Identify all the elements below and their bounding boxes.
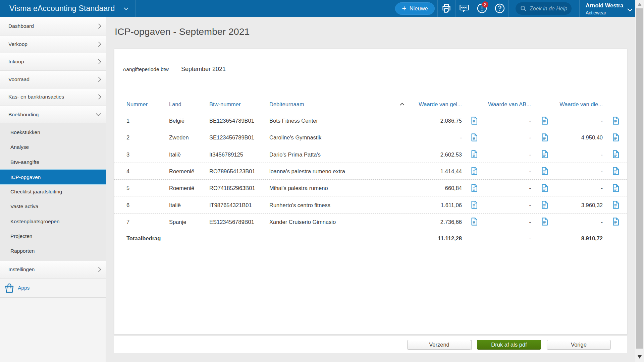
cell-waarde-die: - bbox=[552, 112, 603, 129]
sidebar-item-apps[interactable]: Apps bbox=[0, 279, 106, 298]
app-title: Visma eAccounting Standaard bbox=[9, 0, 115, 17]
cell-waarde-die: 3.960,32 bbox=[552, 197, 603, 214]
vorige-button[interactable]: Vorige bbox=[547, 340, 611, 350]
cell-waarde-gel: 2.086,75 bbox=[405, 112, 462, 129]
sidebar-item-kostenplaatsgroepen[interactable]: Kostenplaatsgroepen bbox=[0, 214, 106, 229]
period-value: September 2021 bbox=[181, 66, 226, 73]
scrollbar-thumb[interactable] bbox=[636, 8, 643, 349]
sidebar-item-checklist-jaarafsluiting[interactable]: Checklist jaarafsluiting bbox=[0, 184, 106, 199]
search-input[interactable] bbox=[530, 6, 570, 12]
document-icon[interactable] bbox=[541, 167, 548, 175]
sidebar-item-kas-en-banktransacties[interactable]: Kas- en banktransacties bbox=[0, 88, 106, 106]
column-header-waarde-gel[interactable]: Waarde van gel... bbox=[405, 97, 462, 112]
cell-waarde-die: 4.950,40 bbox=[552, 129, 603, 146]
column-header-waarde-ab[interactable]: Waarde van AB... bbox=[481, 97, 531, 112]
cell-waarde-ab: - bbox=[481, 197, 531, 214]
printer-icon bbox=[441, 3, 451, 13]
table-row[interactable]: 4 Roemenië RO789654123B01 ioanna's pales… bbox=[114, 163, 627, 180]
document-icon[interactable] bbox=[612, 133, 619, 141]
cell-land: Roemenië bbox=[169, 163, 194, 180]
document-icon[interactable] bbox=[541, 218, 548, 226]
period-label: Aangifteperiode btw bbox=[123, 66, 169, 72]
document-icon[interactable] bbox=[471, 218, 478, 226]
sidebar-item-verkoop[interactable]: Verkoop bbox=[0, 36, 106, 53]
document-icon[interactable] bbox=[471, 184, 478, 192]
column-header-waarde-die[interactable]: Waarde van die... bbox=[552, 97, 603, 112]
brand-chevron-down-icon[interactable] bbox=[123, 7, 129, 10]
cell-btw-nummer: It3456789125 bbox=[209, 146, 243, 163]
sidebar-item-btw-aangifte[interactable]: Btw-aangifte bbox=[0, 155, 106, 170]
verzend-button[interactable]: Verzend bbox=[407, 340, 471, 350]
plus-icon: + bbox=[402, 4, 406, 13]
cell-land: Spanje bbox=[169, 214, 186, 230]
scroll-up-arrow[interactable] bbox=[638, 3, 642, 6]
user-name[interactable]: Arnold Westra bbox=[586, 3, 623, 8]
chevron-right-icon bbox=[98, 266, 101, 272]
table-row[interactable]: 6 Italië IT987654321B01 Runherto's centr… bbox=[114, 197, 627, 214]
print-button[interactable] bbox=[437, 0, 455, 17]
document-icon[interactable] bbox=[471, 201, 478, 209]
sidebar-item-dashboard[interactable]: Dashboard bbox=[0, 17, 106, 36]
cell-debiteurnaam: Mihai's palestra rumeno bbox=[269, 180, 328, 196]
notification-badge: 2 bbox=[482, 1, 488, 8]
help-button[interactable] bbox=[491, 0, 508, 17]
document-icon[interactable] bbox=[541, 150, 548, 158]
sidebar-item-boekstukken[interactable]: Boekstukken bbox=[0, 125, 106, 140]
cell-land: België bbox=[169, 112, 184, 129]
sidebar-item-instellingen[interactable]: Instellingen bbox=[0, 261, 106, 279]
document-icon[interactable] bbox=[541, 117, 548, 125]
chat-button[interactable] bbox=[455, 0, 473, 17]
sidebar-item-boekhouding[interactable]: Boekhouding bbox=[0, 106, 106, 123]
table-row[interactable]: 2 Zweden SE123456789B01 Caroline's Gymna… bbox=[114, 129, 627, 146]
sidebar-item-voorraad[interactable]: Voorraad bbox=[0, 71, 106, 88]
sidebar-item-projecten[interactable]: Projecten bbox=[0, 229, 106, 244]
document-icon[interactable] bbox=[612, 218, 619, 226]
table-row[interactable]: 1 België BE123654789B01 Böts Fitness Cen… bbox=[114, 112, 627, 129]
document-icon[interactable] bbox=[541, 201, 548, 209]
table-row[interactable]: 3 Italië It3456789125 Dario's Prima Patt… bbox=[114, 146, 627, 163]
sort-ascending-icon[interactable] bbox=[399, 103, 405, 106]
document-icon[interactable] bbox=[471, 150, 478, 158]
column-header-land[interactable]: Land bbox=[169, 97, 181, 112]
sidebar-item-analyse[interactable]: Analyse bbox=[0, 140, 106, 155]
cell-btw-nummer: ES123456789B01 bbox=[209, 214, 254, 230]
table-total-row: Totaalbedrag 11.112,28 - 8.910,72 bbox=[114, 231, 627, 246]
chevron-right-icon bbox=[98, 76, 101, 82]
column-header-debiteurnaam[interactable]: Debiteurnaam bbox=[269, 97, 304, 112]
cell-waarde-ab: - bbox=[481, 163, 531, 180]
sidebar-item-vaste-activa[interactable]: Vaste activa bbox=[0, 199, 106, 214]
scroll-down-arrow[interactable] bbox=[638, 355, 642, 359]
document-icon[interactable] bbox=[612, 184, 619, 192]
document-icon[interactable] bbox=[612, 150, 619, 158]
cell-btw-nummer: BE123654789B01 bbox=[209, 112, 254, 129]
document-icon[interactable] bbox=[541, 184, 548, 192]
cell-btw-nummer: RO741852963B01 bbox=[209, 180, 255, 196]
print-pdf-button[interactable]: Druk af als pdf bbox=[477, 340, 541, 350]
cell-land: Italië bbox=[169, 146, 181, 163]
help-search-box[interactable] bbox=[516, 2, 572, 15]
document-icon[interactable] bbox=[612, 117, 619, 125]
cell-debiteurnaam: Caroline's Gymnastik bbox=[269, 129, 321, 146]
sidebar-item-inkoop[interactable]: Inkoop bbox=[0, 53, 106, 71]
chevron-right-icon bbox=[98, 23, 101, 29]
table-row[interactable]: 5 Roemenië RO741852963B01 Mihai's palest… bbox=[114, 180, 627, 196]
document-icon[interactable] bbox=[612, 167, 619, 175]
table-row[interactable]: 7 Spanje ES123456789B01 Xander Cruiserio… bbox=[114, 214, 627, 230]
document-icon[interactable] bbox=[612, 201, 619, 209]
new-button[interactable]: +Nieuwe bbox=[395, 2, 435, 15]
document-icon[interactable] bbox=[471, 167, 478, 175]
column-header-btw-nummer[interactable]: Btw-nummer bbox=[209, 97, 241, 112]
chevron-right-icon bbox=[98, 59, 101, 65]
sidebar-item-icp-opgaven[interactable]: ICP-opgaven bbox=[0, 169, 106, 185]
cell-btw-nummer: IT987654321B01 bbox=[209, 197, 252, 214]
document-icon[interactable] bbox=[541, 133, 548, 141]
sidebar-item-rapporten[interactable]: Rapporten bbox=[0, 244, 106, 258]
cell-nummer: 7 bbox=[126, 214, 129, 230]
document-icon[interactable] bbox=[471, 133, 478, 141]
cell-land: Zweden bbox=[169, 129, 189, 146]
document-icon[interactable] bbox=[471, 117, 478, 125]
user-chevron-down-icon[interactable] bbox=[627, 8, 633, 12]
notifications-button[interactable] bbox=[473, 0, 491, 17]
column-header-nummer[interactable]: Nummer bbox=[126, 97, 148, 112]
shopping-bag-icon bbox=[5, 283, 14, 293]
